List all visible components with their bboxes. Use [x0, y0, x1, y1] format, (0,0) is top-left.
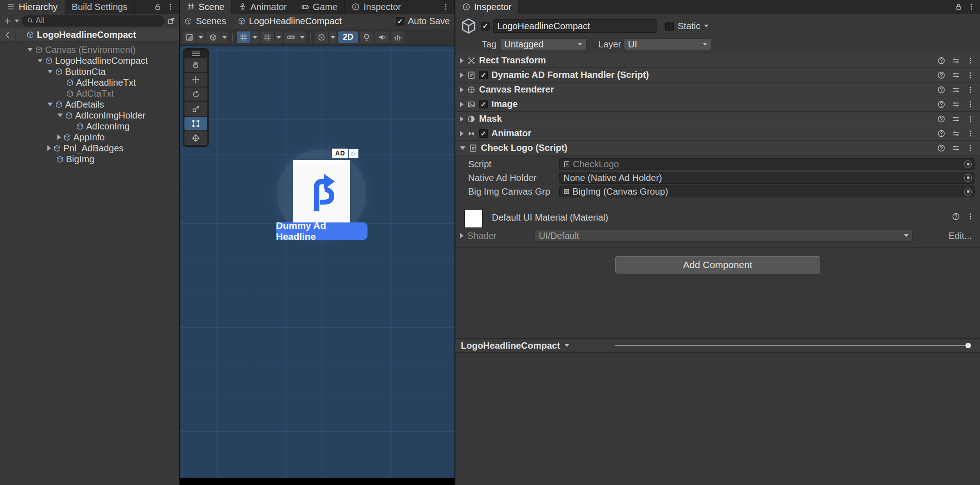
- foldout-icon[interactable]: [460, 146, 465, 150]
- lock-icon[interactable]: [954, 3, 963, 11]
- presets-icon[interactable]: [952, 71, 960, 79]
- open-search-window-icon[interactable]: [167, 17, 175, 25]
- kebab-menu-icon[interactable]: [966, 129, 975, 138]
- breadcrumb-scenes[interactable]: Scenes: [196, 16, 226, 26]
- tree-item-bigimg[interactable]: BigImg: [0, 154, 179, 165]
- hierarchy-search[interactable]: [22, 15, 164, 26]
- scene-lighting-button[interactable]: [360, 31, 373, 43]
- object-picker-icon[interactable]: [964, 160, 972, 168]
- help-icon[interactable]: [952, 212, 960, 221]
- foldout-icon[interactable]: [460, 72, 464, 78]
- tree-item-pnl-adbadges[interactable]: Pnl_AdBadges: [0, 143, 179, 154]
- scene-effects-button[interactable]: [391, 31, 404, 43]
- breadcrumb-current-prefab[interactable]: LogoHeadlineCompact: [249, 16, 342, 26]
- tree-item-canvas-environment[interactable]: Canvas (Environment): [0, 44, 179, 55]
- scale-tool-button[interactable]: [184, 102, 207, 116]
- hierarchy-search-input[interactable]: [36, 16, 159, 26]
- kebab-menu-icon[interactable]: [966, 100, 975, 108]
- foldout-icon[interactable]: [460, 131, 464, 136]
- component-header-canvas-renderer[interactable]: Canvas Renderer: [455, 83, 980, 97]
- kebab-menu-icon[interactable]: [966, 57, 975, 65]
- foldout-icon[interactable]: [47, 70, 53, 73]
- add-object-caret[interactable]: [15, 20, 19, 22]
- foldout-icon[interactable]: [460, 116, 464, 122]
- snap-increment-dropdown[interactable]: [284, 31, 306, 43]
- object-picker-icon[interactable]: [964, 188, 972, 196]
- palette-drag-handle[interactable]: [184, 50, 207, 57]
- static-checkbox[interactable]: [665, 22, 674, 31]
- move-tool-button[interactable]: [184, 73, 207, 87]
- foldout-icon[interactable]: [37, 59, 43, 62]
- component-enabled-checkbox[interactable]: [479, 100, 488, 108]
- component-header-dynamic-ad-format-handler[interactable]: # Dynamic AD Format Handler (Script): [455, 68, 980, 83]
- kebab-menu-icon[interactable]: [966, 144, 975, 152]
- help-icon[interactable]: [937, 115, 945, 123]
- tag-dropdown[interactable]: Untagged: [500, 38, 587, 50]
- layer-dropdown[interactable]: UI: [624, 38, 711, 50]
- foldout-icon[interactable]: [57, 134, 61, 140]
- preview-slider-handle[interactable]: [965, 343, 971, 348]
- foldout-icon[interactable]: [47, 145, 51, 151]
- kebab-menu-icon[interactable]: [966, 86, 975, 94]
- big-img-canvas-grp-field[interactable]: BigImg (Canvas Group): [559, 186, 975, 197]
- script-object-field[interactable]: # CheckLogo: [559, 158, 975, 170]
- lock-open-icon[interactable]: [153, 3, 162, 11]
- tab-build-settings[interactable]: Build Settings: [65, 0, 135, 14]
- hand-tool-button[interactable]: [184, 58, 207, 72]
- draw-mode-dropdown[interactable]: [183, 31, 204, 43]
- presets-icon[interactable]: [952, 115, 960, 123]
- tree-item-addetails[interactable]: AdDetails: [0, 99, 179, 110]
- tree-item-adiconimgholder[interactable]: AdIconImgHolder: [0, 110, 179, 121]
- component-header-image[interactable]: Image: [455, 97, 980, 112]
- kebab-menu-icon[interactable]: [967, 3, 975, 11]
- ad-headline-button[interactable]: Dummy Ad Headline: [276, 222, 368, 240]
- component-header-mask[interactable]: Mask: [455, 112, 980, 126]
- auto-save-toggle[interactable]: Auto Save: [396, 16, 450, 26]
- tool-handle-rotation-dropdown[interactable]: [315, 31, 337, 43]
- gameobject-name-input[interactable]: [493, 19, 657, 33]
- tab-game[interactable]: Game: [294, 0, 345, 14]
- gizmo-3d-dropdown[interactable]: [206, 31, 228, 43]
- rotate-tool-button[interactable]: [184, 88, 207, 101]
- gameobject-icon[interactable]: [460, 17, 477, 35]
- kebab-menu-icon[interactable]: [166, 3, 174, 11]
- tree-item-adiconimg[interactable]: AdIconImg: [0, 121, 179, 132]
- active-checkbox[interactable]: [481, 22, 490, 31]
- kebab-menu-icon[interactable]: [966, 212, 975, 221]
- foldout-icon[interactable]: [57, 114, 63, 117]
- foldout-icon[interactable]: [460, 58, 464, 63]
- presets-icon[interactable]: [952, 100, 960, 108]
- add-object-icon[interactable]: [4, 17, 12, 25]
- shader-dropdown[interactable]: UI/Default: [535, 230, 913, 242]
- help-icon[interactable]: [937, 71, 945, 79]
- tree-item-adctatxt[interactable]: AdCtaTxt: [0, 88, 179, 99]
- tree-item-adheadlinetxt[interactable]: AdHeadlineTxt: [0, 77, 179, 88]
- static-toggle[interactable]: Static: [665, 21, 709, 31]
- tree-item-buttoncta[interactable]: ButtonCta: [0, 66, 179, 77]
- help-icon[interactable]: [937, 144, 945, 152]
- component-enabled-checkbox[interactable]: [479, 71, 488, 79]
- object-picker-icon[interactable]: [964, 174, 972, 182]
- tree-item-logoheadlinecompact[interactable]: LogoHeadlineCompact: [0, 55, 179, 66]
- kebab-menu-icon[interactable]: [966, 71, 975, 79]
- presets-icon[interactable]: [952, 144, 960, 152]
- component-enabled-checkbox[interactable]: [479, 129, 488, 138]
- help-icon[interactable]: [937, 100, 945, 108]
- tab-animator[interactable]: Animator: [232, 0, 294, 14]
- native-ad-holder-field[interactable]: None (Native Ad Holder): [559, 172, 975, 184]
- transform-tool-button[interactable]: [184, 131, 207, 145]
- scene-audio-button[interactable]: [375, 31, 389, 43]
- preview-object-name[interactable]: LogoHeadlineCompact: [461, 341, 560, 351]
- component-header-check-logo[interactable]: # Check Logo (Script): [455, 141, 980, 155]
- kebab-menu-icon[interactable]: [966, 115, 975, 123]
- help-icon[interactable]: [937, 57, 945, 65]
- foldout-icon[interactable]: [47, 103, 53, 106]
- kebab-menu-icon[interactable]: [442, 3, 450, 11]
- component-header-animator[interactable]: Animator: [455, 126, 980, 141]
- preview-slider[interactable]: [615, 342, 975, 349]
- toggle-2d-button[interactable]: 2D: [338, 31, 358, 43]
- foldout-icon[interactable]: [27, 48, 33, 52]
- material-swatch[interactable]: [464, 210, 483, 228]
- presets-icon[interactable]: [952, 86, 960, 94]
- presets-icon[interactable]: [952, 57, 960, 65]
